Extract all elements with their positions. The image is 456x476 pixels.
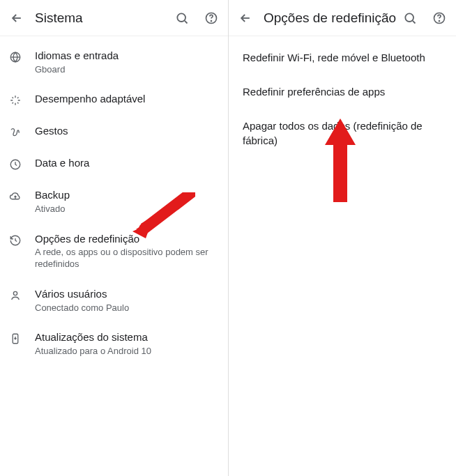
reset-options-pane: Opções de redefinição Redefinir Wi-Fi, r… [228,0,456,476]
row-title: Desempenho adaptável [35,92,217,106]
page-title: Sistema [35,10,174,26]
row-title: Vários usuários [35,287,217,301]
search-icon[interactable] [402,10,418,26]
back-icon[interactable] [8,10,25,26]
system-settings-pane: Sistema Idiomas e entrada Gboard Desempe… [0,0,228,476]
row-gestures[interactable]: Gestos [0,116,228,148]
row-reset-options[interactable]: Opções de redefinição A rede, os apps ou… [0,224,228,279]
row-title: Idiomas e entrada [35,49,217,63]
page-title: Opções de redefinição [264,10,402,26]
search-icon[interactable] [174,10,190,26]
row-sub: Gboard [35,64,217,76]
row-reset-network[interactable]: Redefinir Wi-Fi, rede móvel e Bluetooth [229,40,456,75]
help-icon[interactable] [431,10,448,26]
globe-icon [8,50,22,64]
row-reset-app-prefs[interactable]: Redefinir preferências de apps [229,75,456,109]
svg-point-0 [177,13,185,22]
row-title: Backup [35,188,217,202]
back-icon[interactable] [237,10,254,26]
appbar-left: Sistema [0,0,228,36]
row-languages-input[interactable]: Idiomas e entrada Gboard [0,40,228,84]
help-icon[interactable] [203,10,220,26]
row-sub: Ativado [35,204,217,215]
cloud-up-icon [8,190,22,204]
history-icon [8,233,22,247]
settings-list: Idiomas e entrada Gboard Desempenho adap… [0,36,228,370]
row-backup[interactable]: Backup Ativado [0,180,228,223]
person-icon [8,289,22,302]
gesture-icon [8,125,22,139]
clock-icon [8,158,22,171]
appbar-right: Opções de redefinição [229,0,456,36]
row-multiple-users[interactable]: Vários usuários Conectado como Paulo [0,279,228,322]
svg-point-5 [13,291,17,295]
reset-options-list: Redefinir Wi-Fi, rede móvel e Bluetooth … [229,36,456,162]
svg-point-8 [405,13,413,22]
row-adaptive-performance[interactable]: Desempenho adaptável [0,84,228,116]
row-sub: Conectado como Paulo [35,302,217,314]
row-title: Opções de redefinição [35,232,217,246]
sparkle-icon [8,93,22,107]
svg-point-10 [439,20,440,21]
row-sub: A rede, os apps ou o dispositivo podem s… [35,247,217,270]
row-system-updates[interactable]: Atualizações do sistema Atualizado para … [0,322,228,365]
update-icon [8,332,22,346]
row-sub: Atualizado para o Android 10 [35,346,217,358]
row-factory-reset[interactable]: Apagar todos os dados (redefinição de fá… [229,109,456,158]
row-title: Atualizações do sistema [35,330,217,344]
svg-point-2 [211,20,212,21]
row-title: Gestos [35,124,217,138]
row-date-time[interactable]: Data e hora [0,148,228,180]
row-title: Data e hora [35,156,217,170]
